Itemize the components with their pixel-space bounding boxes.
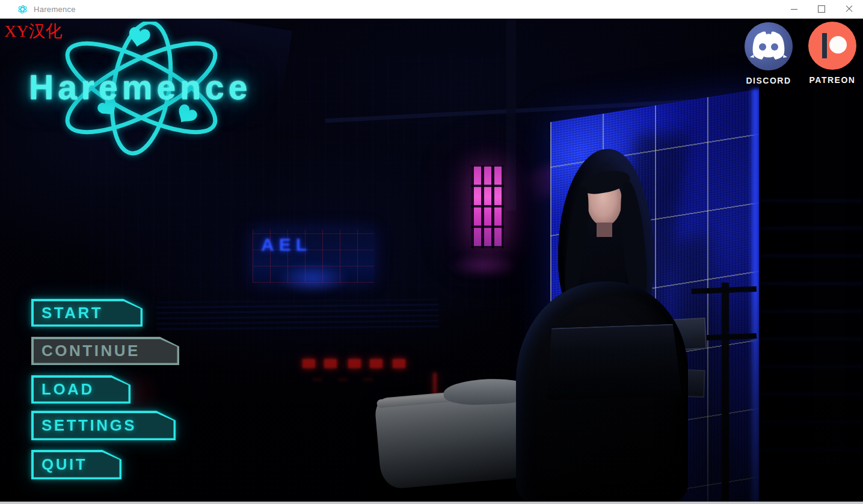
patreon-bar (822, 33, 827, 58)
scene-neon-reflection (313, 378, 385, 381)
scene-monitor-glow (277, 263, 349, 293)
patreon-icon (808, 22, 856, 70)
menu-button-start[interactable]: START (31, 299, 143, 327)
scene-magenta-window (471, 165, 504, 248)
menu-label-load: LOAD (31, 380, 94, 399)
titlebar: Haremence (0, 0, 863, 19)
scene-magenta-floor-glow (447, 254, 520, 278)
patreon-dot (829, 36, 847, 54)
minimize-icon (791, 9, 797, 10)
menu-button-settings[interactable]: SETTINGS (31, 411, 176, 440)
discord-button[interactable]: DISCORD (742, 22, 795, 85)
scene-red-neon-signs (303, 357, 408, 372)
menu-label-start: START (31, 304, 103, 322)
maximize-button[interactable] (808, 0, 835, 18)
neon-glyph (303, 359, 315, 368)
menu-button-quit[interactable]: QUIT (31, 450, 121, 479)
neon-glyph (324, 359, 337, 368)
window-controls (780, 0, 863, 18)
close-icon (845, 5, 853, 13)
neon-glyph (393, 359, 405, 368)
menu-label-settings: SETTINGS (31, 416, 137, 435)
menu-button-load[interactable]: LOAD (31, 375, 131, 404)
neon-glyph (348, 359, 361, 368)
game-viewport: AEL (0, 18, 863, 502)
girl-laptop (545, 324, 682, 401)
game-logo: Haremence (31, 22, 272, 166)
scene-platform-lights (156, 300, 439, 330)
minimize-button[interactable] (780, 0, 808, 18)
menu-button-continue[interactable]: CONTINUE (31, 337, 179, 365)
maximize-icon (818, 5, 825, 13)
scene-monitor: AEL (253, 230, 374, 283)
neon-glyph (370, 359, 382, 368)
app-window: Haremence AEL (0, 0, 863, 504)
app-atom-icon (17, 4, 28, 14)
scene-monitor-text: AEL (261, 235, 312, 255)
localization-badge: XY汉化 (4, 20, 62, 43)
scene-window-bars (471, 165, 504, 248)
patreon-button[interactable]: PATREON (806, 22, 859, 85)
scene-frame-pole (722, 283, 729, 502)
discord-icon (745, 22, 793, 70)
game-title: Haremence (29, 67, 251, 107)
window-title: Haremence (34, 5, 76, 14)
scene-right-streaks (759, 198, 863, 451)
scene-post (506, 18, 516, 211)
menu-label-continue: CONTINUE (31, 342, 140, 360)
discord-label: DISCORD (742, 76, 795, 85)
window-bottom-edge (0, 502, 863, 504)
close-button[interactable] (835, 0, 863, 18)
patreon-label: PATREON (806, 75, 859, 85)
girl-neck (597, 223, 612, 237)
menu-label-quit: QUIT (31, 455, 87, 474)
